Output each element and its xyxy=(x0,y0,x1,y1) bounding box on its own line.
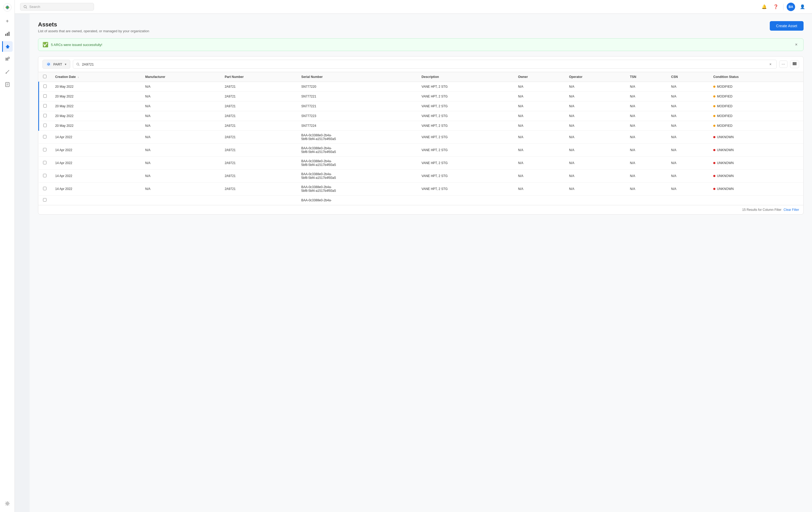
table-row: 20 May 2022 N/A 2A9721 SN777221 VANE HPT… xyxy=(39,102,804,111)
row-checkbox[interactable] xyxy=(43,84,47,88)
row-checkbox-cell[interactable] xyxy=(39,82,51,92)
cell-operator: N/A xyxy=(565,121,626,131)
row-checkbox-cell[interactable] xyxy=(39,111,51,121)
th-serial-number[interactable]: Serial Number xyxy=(297,72,417,82)
th-description[interactable]: Description xyxy=(417,72,514,82)
th-creation-date[interactable]: Creation Date ↓ xyxy=(51,72,141,82)
cell-manufacturer: N/A xyxy=(141,92,221,102)
sidebar-item-add[interactable]: + xyxy=(2,16,13,26)
filter-type-label: PART xyxy=(53,62,62,66)
svg-point-1 xyxy=(6,6,8,8)
user-initials-badge[interactable]: BA xyxy=(787,3,795,11)
status-badge: MODIFIED xyxy=(713,114,799,118)
filter-columns-button[interactable] xyxy=(790,60,799,68)
sidebar-item-tools[interactable] xyxy=(2,54,13,64)
th-part-number[interactable]: Part Number xyxy=(221,72,297,82)
th-tsn[interactable]: TSN xyxy=(626,72,667,82)
row-checkbox-cell[interactable] xyxy=(39,121,51,131)
cell-owner: N/A xyxy=(514,111,564,121)
row-checkbox-cell[interactable] xyxy=(39,195,51,205)
search-box[interactable] xyxy=(20,3,94,10)
row-checkbox-cell[interactable] xyxy=(39,170,51,183)
cell-description: VANE HPT, 2 STG xyxy=(417,183,514,195)
cell-manufacturer: N/A xyxy=(141,121,221,131)
app-logo[interactable] xyxy=(3,3,11,11)
search-icon xyxy=(24,5,27,9)
cell-tsn: N/A xyxy=(626,92,667,102)
row-checkbox-cell[interactable] xyxy=(39,102,51,111)
table-row: 14 Apr 2022 N/A 2A9721 BAA-0c3388e0-2b4a… xyxy=(39,170,804,183)
alert-close-button[interactable]: × xyxy=(793,42,799,48)
row-checkbox[interactable] xyxy=(43,161,47,164)
th-condition-status[interactable]: Condition Status xyxy=(709,72,803,82)
sidebar-item-flights[interactable] xyxy=(2,41,13,52)
row-checkbox[interactable] xyxy=(43,187,47,190)
row-checkbox-cell[interactable] xyxy=(39,144,51,157)
status-badge: UNKNOWN xyxy=(713,174,799,178)
cell-part-number: 2A9721 xyxy=(221,170,297,183)
row-checkbox-cell[interactable] xyxy=(39,183,51,195)
table-scroll-area[interactable]: Creation Date ↓ Manufacturer Part Number… xyxy=(38,72,803,205)
sidebar-item-files[interactable] xyxy=(2,79,13,90)
cell-description: VANE HPT, 2 STG xyxy=(417,157,514,170)
status-badge: MODIFIED xyxy=(713,95,799,98)
filter-type-dropdown-icon: ▼ xyxy=(64,63,67,66)
cell-part-number: 2A9721 xyxy=(221,82,297,92)
row-checkbox[interactable] xyxy=(43,114,47,117)
sidebar: + xyxy=(0,0,15,512)
row-checkbox-cell[interactable] xyxy=(39,131,51,144)
select-all-checkbox[interactable] xyxy=(43,75,47,78)
cell-part-number: 2A9721 xyxy=(221,157,297,170)
status-dot-modified xyxy=(713,105,715,107)
create-asset-button[interactable]: Create Asset xyxy=(770,21,804,31)
row-checkbox[interactable] xyxy=(43,148,47,152)
filter-clear-button[interactable]: × xyxy=(767,61,773,67)
cell-manufacturer: N/A xyxy=(141,157,221,170)
sidebar-item-settings[interactable] xyxy=(2,498,13,509)
th-operator[interactable]: Operator xyxy=(565,72,626,82)
th-manufacturer[interactable]: Manufacturer xyxy=(141,72,221,82)
clear-filter-link[interactable]: Clear Filter xyxy=(783,208,799,212)
cell-owner: N/A xyxy=(514,157,564,170)
svg-rect-12 xyxy=(794,62,795,65)
row-checkbox[interactable] xyxy=(43,124,47,127)
svg-rect-13 xyxy=(795,62,796,65)
select-all-header[interactable] xyxy=(39,72,51,82)
filter-type-selector[interactable]: PART ▼ xyxy=(42,60,70,69)
svg-point-5 xyxy=(8,57,9,59)
status-dot-unknown xyxy=(713,175,715,177)
row-checkbox[interactable] xyxy=(43,135,47,138)
help-icon[interactable]: ❓ xyxy=(772,3,780,11)
cell-manufacturer xyxy=(141,195,221,205)
sidebar-item-routes[interactable] xyxy=(2,66,13,77)
table-header: Creation Date ↓ Manufacturer Part Number… xyxy=(39,72,804,82)
filter-search-box[interactable]: × xyxy=(73,60,776,69)
account-icon[interactable]: 👤 xyxy=(798,3,807,11)
status-dot-unknown xyxy=(713,149,715,151)
cell-tsn: N/A xyxy=(626,144,667,157)
cell-owner: N/A xyxy=(514,183,564,195)
row-checkbox[interactable] xyxy=(43,174,47,177)
cell-part-number: 2A9721 xyxy=(221,111,297,121)
row-checkbox[interactable] xyxy=(43,198,47,201)
th-owner[interactable]: Owner xyxy=(514,72,564,82)
filter-search-input[interactable] xyxy=(82,62,765,66)
cell-serial-number: SN777223 xyxy=(297,111,417,121)
cell-description: VANE HPT, 2 STG xyxy=(417,111,514,121)
cell-manufacturer: N/A xyxy=(141,111,221,121)
row-checkbox[interactable] xyxy=(43,104,47,108)
status-dot-unknown xyxy=(713,188,715,190)
cell-csn: N/A xyxy=(667,102,709,111)
sidebar-item-analytics[interactable] xyxy=(2,29,13,39)
notifications-icon[interactable]: 🔔 xyxy=(760,3,768,11)
page-subtitle: List of assets that are owned, operated,… xyxy=(38,29,149,33)
filter-more-button[interactable]: ··· xyxy=(779,60,787,68)
th-csn[interactable]: CSN xyxy=(667,72,709,82)
cell-condition-status xyxy=(709,195,803,205)
row-checkbox[interactable] xyxy=(43,94,47,98)
cell-tsn: N/A xyxy=(626,82,667,92)
search-input[interactable] xyxy=(29,5,82,9)
row-checkbox-cell[interactable] xyxy=(39,92,51,102)
row-checkbox-cell[interactable] xyxy=(39,157,51,170)
cell-csn: N/A xyxy=(667,170,709,183)
